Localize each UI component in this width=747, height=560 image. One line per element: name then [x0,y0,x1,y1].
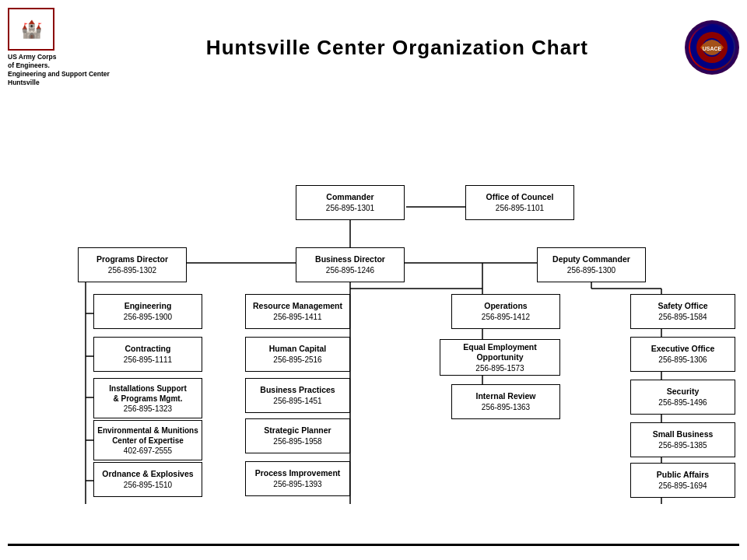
page: 🏰 US Army Corps of Engineers. Engineerin… [0,0,747,560]
public-affairs-box: Public Affairs 256-895-1694 [630,463,735,498]
engineering-box: Engineering 256-895-1900 [93,294,202,329]
logo-box: 🏰 [8,8,54,51]
org-chart: Commander 256-895-1301 Office of Councel… [8,92,739,551]
svg-text:USACE: USACE [703,46,722,51]
ordnance-box: Ordnance & Explosives 256-895-1510 [93,462,202,497]
programs-director-box: Programs Director 256-895-1302 [78,247,187,282]
header: 🏰 US Army Corps of Engineers. Engineerin… [8,8,739,87]
installations-name: Installations Support & Programs Mgmt. [109,383,186,404]
emblem-circle: USACE [689,24,735,71]
environmental-name: Environmental & Munitions Center of Expe… [97,425,198,446]
small-business-box: Small Business 256-895-1385 [630,422,735,457]
safety-office-box: Safety Office 256-895-1584 [630,294,735,329]
human-capital-box: Human Capital 256-895-2516 [245,337,350,372]
security-box: Security 256-895-1496 [630,380,735,415]
equal-employment-box: Equal Employment Opportunity 256-895-157… [440,339,560,376]
contracting-box: Contracting 256-895-1111 [93,337,202,372]
deputy-commander-box: Deputy Commander 256-895-1300 [537,247,646,282]
resource-management-box: Resource Management 256-895-1411 [245,294,350,329]
strategic-planner-box: Strategic Planner 256-895-1958 [245,418,350,453]
internal-review-box: Internal Review 256-895-1363 [451,384,560,419]
business-director-box: Business Director 256-895-1246 [296,247,405,282]
footer-divider [8,544,739,546]
executive-office-box: Executive Office 256-895-1306 [630,337,735,372]
logo-area: 🏰 US Army Corps of Engineers. Engineerin… [8,8,110,87]
page-title: Huntsville Center Organization Chart [110,36,685,60]
commander-box: Commander 256-895-1301 [296,185,405,220]
emblem: USACE [685,20,739,75]
environmental-box: Environmental & Munitions Center of Expe… [93,420,202,460]
castle-icon: 🏰 [21,19,42,40]
installations-support-box: Installations Support & Programs Mgmt. 2… [93,378,202,418]
office-of-counsel-box: Office of Councel 256-895-1101 [465,185,574,220]
process-improvement-box: Process Improvement 256-895-1393 [245,461,350,496]
operations-box: Operations 256-895-1412 [451,294,560,329]
logo-text: US Army Corps of Engineers. Engineering … [8,53,110,87]
business-practices-box: Business Practices 256-895-1451 [245,378,350,413]
